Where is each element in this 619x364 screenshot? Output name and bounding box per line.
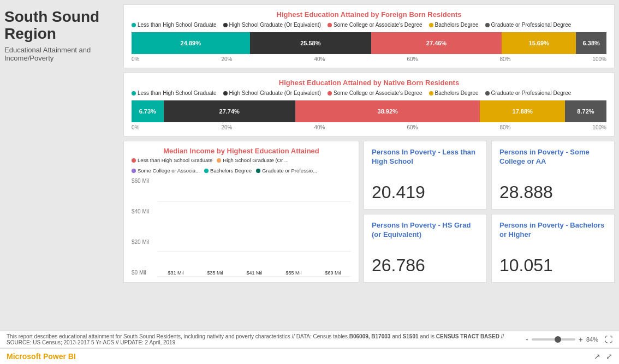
bar-segment: 38.92% bbox=[295, 100, 480, 122]
legend-item: Bachelors Degree bbox=[204, 168, 252, 174]
native-born-axis: 0%20%40%60%80%100% bbox=[132, 124, 606, 130]
legend-item: Graduate or Professional Degree bbox=[485, 90, 572, 96]
legend-item: Graduate or Professio... bbox=[256, 168, 317, 174]
main-container: South Sound Region Educational Attainmen… bbox=[0, 0, 619, 364]
bar-value-label: $35 Mil bbox=[207, 270, 223, 276]
content-area: South Sound Region Educational Attainmen… bbox=[0, 0, 619, 331]
bars-container: $31 Mil $35 Mil $41 Mil $55 Mil $69 Mil bbox=[158, 177, 351, 277]
pbi-bar: Microsoft Power BI ↗ ⤢ bbox=[0, 348, 619, 364]
bottom-area: Median Income by Highest Education Attai… bbox=[123, 141, 615, 283]
kpi-card: Persons In Poverty - HS Grad (or Equival… bbox=[364, 214, 487, 283]
legend-item: Some College or Associate's Degree bbox=[328, 22, 422, 28]
legend-item: Bachelors Degree bbox=[429, 90, 479, 96]
native-born-chart-title: Highest Education Attained by Native Bor… bbox=[132, 79, 606, 87]
zoom-out-button[interactable]: - bbox=[526, 335, 528, 344]
zoom-pct: 84% bbox=[586, 336, 598, 343]
native-born-stacked-bar: 6.73%27.74%38.92%17.88%8.72% bbox=[132, 100, 606, 122]
bar-col: $31 Mil bbox=[158, 270, 194, 277]
bar-segment: 27.74% bbox=[164, 100, 295, 122]
legend-item: Graduate or Professional Degree bbox=[485, 22, 572, 28]
kpi-value: 20.419 bbox=[372, 182, 479, 202]
kpi-title: Persons In Poverty - Less than High Scho… bbox=[372, 148, 479, 166]
foreign-born-stacked-bar: 24.89%25.58%27.46%15.69%6.38% bbox=[132, 32, 606, 54]
footer-icons: ⛶ bbox=[605, 335, 612, 344]
median-income-chart-title: Median Income by Highest Education Attai… bbox=[132, 147, 351, 155]
zoom-slider[interactable] bbox=[532, 338, 575, 341]
zoom-thumb bbox=[555, 336, 561, 343]
bar-segment: 24.89% bbox=[132, 32, 250, 54]
pbi-icons: ↗ ⤢ bbox=[594, 352, 612, 361]
legend-item: High School Graduate (Or ... bbox=[217, 157, 288, 163]
zoom-in-button[interactable]: + bbox=[579, 335, 583, 344]
bar-value-label: $31 Mil bbox=[168, 270, 183, 276]
bar-value-label: $69 Mil bbox=[325, 270, 341, 276]
pbi-logo: Microsoft Power BI bbox=[7, 352, 76, 361]
expand-icon[interactable]: ⤢ bbox=[606, 352, 612, 361]
bar-segment: 8.72% bbox=[565, 100, 606, 122]
bar-value-label: $55 Mil bbox=[285, 270, 301, 276]
title-card: South Sound Region Educational Attainmen… bbox=[4, 4, 119, 67]
kpi-value: 26.786 bbox=[372, 255, 479, 276]
foreign-born-stacked-bar-wrap: 24.89%25.58%27.46%15.69%6.38% 0%20%40%60… bbox=[132, 32, 606, 62]
native-born-legend: Less than High School GraduateHigh Schoo… bbox=[132, 90, 606, 96]
legend-item: Less than High School Graduate bbox=[132, 22, 217, 28]
region-title: South Sound Region bbox=[4, 9, 119, 43]
y-axis-labels: $60 Mil $40 Mil $20 Mil $0 Mil bbox=[132, 177, 149, 277]
bar-segment: 17.88% bbox=[480, 100, 565, 122]
share-icon[interactable]: ↗ bbox=[594, 352, 600, 361]
median-income-legend: Less than High School GraduateHigh Schoo… bbox=[132, 157, 351, 174]
footer-text: This report describes educational attain… bbox=[7, 333, 526, 345]
kpi-card: Persons in Poverty - Some College or AA … bbox=[491, 141, 615, 210]
income-chart-area: $60 Mil $40 Mil $20 Mil $0 Mil $31 Mil $… bbox=[132, 177, 351, 277]
footer: This report describes educational attain… bbox=[0, 331, 619, 348]
bar-segment: 6.73% bbox=[132, 100, 164, 122]
kpi-title: Persons in Poverty - Some College or AA bbox=[499, 148, 606, 166]
foreign-born-chart-title: Highest Education Attained by Foreign Bo… bbox=[132, 10, 606, 19]
bar-col: $35 Mil bbox=[197, 270, 233, 277]
kpi-value: 28.888 bbox=[499, 182, 606, 202]
legend-item: Bachelors Degree bbox=[429, 22, 479, 28]
legend-item: Some College or Associa... bbox=[132, 168, 200, 174]
bar-segment: 27.46% bbox=[371, 32, 502, 54]
kpi-card: Persons In Poverty - Less than High Scho… bbox=[364, 141, 487, 210]
bar-value-label: $41 Mil bbox=[246, 270, 262, 276]
bar-col: $55 Mil bbox=[276, 270, 312, 277]
bar-segment: 25.58% bbox=[250, 32, 372, 54]
region-subtitle: Educational Attainment and Income/Povert… bbox=[4, 46, 119, 62]
native-born-stacked-bar-wrap: 6.73%27.74%38.92%17.88%8.72% 0%20%40%60%… bbox=[132, 100, 606, 130]
kpi-title: Persons in Poverty - Bachelors or Higher bbox=[499, 221, 606, 240]
bar-segment: 6.38% bbox=[576, 32, 606, 54]
median-income-chart-card: Median Income by Highest Education Attai… bbox=[123, 141, 359, 283]
main-content: Highest Education Attained by Foreign Bo… bbox=[123, 4, 615, 326]
bar-col: $41 Mil bbox=[236, 270, 272, 277]
foreign-born-legend: Less than High School GraduateHigh Schoo… bbox=[132, 22, 606, 28]
kpi-title: Persons In Poverty - HS Grad (or Equival… bbox=[372, 221, 479, 240]
legend-item: Less than High School Graduate bbox=[132, 90, 217, 96]
foreign-born-axis: 0%20%40%60%80%100% bbox=[132, 56, 606, 62]
kpi-value: 10.051 bbox=[499, 255, 606, 276]
legend-item: High School Graduate (Or Equivalent) bbox=[223, 22, 321, 28]
legend-item: Some College or Associate's Degree bbox=[328, 90, 422, 96]
bar-col: $69 Mil bbox=[315, 270, 351, 277]
foreign-born-chart-card: Highest Education Attained by Foreign Bo… bbox=[123, 4, 615, 68]
legend-item: High School Graduate (Or Equivalent) bbox=[223, 90, 321, 96]
bar-segment: 15.69% bbox=[502, 32, 576, 54]
native-born-chart-card: Highest Education Attained by Native Bor… bbox=[123, 73, 615, 136]
kpi-card: Persons in Poverty - Bachelors or Higher… bbox=[491, 214, 615, 283]
fullscreen-icon[interactable]: ⛶ bbox=[605, 335, 612, 344]
sidebar: South Sound Region Educational Attainmen… bbox=[4, 4, 119, 326]
kpi-grid: Persons In Poverty - Less than High Scho… bbox=[364, 141, 615, 283]
legend-item: Less than High School Graduate bbox=[132, 157, 212, 163]
zoom-controls: - + 84% bbox=[526, 335, 598, 344]
